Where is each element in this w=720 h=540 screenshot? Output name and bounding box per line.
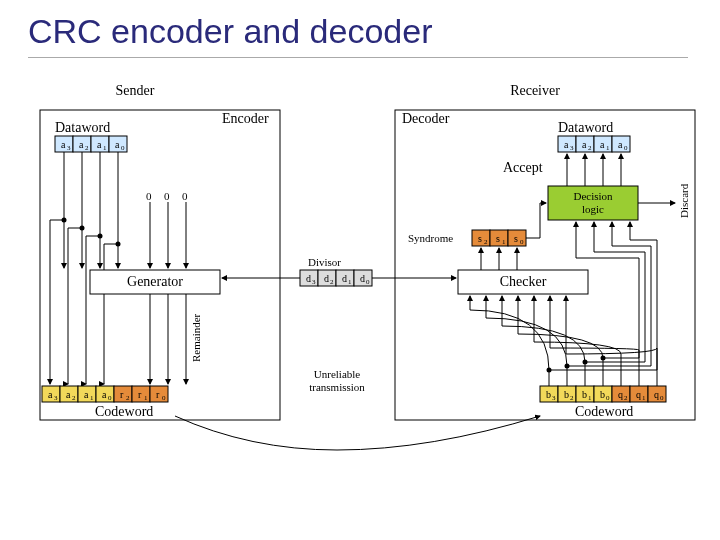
svg-text:2: 2 (588, 144, 592, 152)
svg-text:1: 1 (144, 394, 148, 402)
svg-text:0: 0 (146, 190, 152, 202)
svg-text:3: 3 (312, 278, 316, 286)
svg-text:s: s (514, 233, 518, 244)
svg-text:3: 3 (552, 394, 556, 402)
encoder-panel (40, 110, 280, 420)
svg-text:0: 0 (624, 144, 628, 152)
transmission-l1: Unreliable (314, 368, 361, 380)
svg-text:0: 0 (660, 394, 664, 402)
sender-dataword: a3a2a1a0 (55, 136, 127, 152)
svg-text:a: a (582, 139, 587, 150)
svg-text:a: a (66, 389, 71, 400)
page-title: CRC encoder and decoder (28, 12, 688, 58)
receiver-codeword: b3b2b1b0q2q1q0 (540, 386, 666, 402)
svg-text:q: q (618, 389, 623, 400)
syndrome-label: Syndrome (408, 232, 453, 244)
svg-text:s: s (478, 233, 482, 244)
svg-text:0: 0 (121, 144, 125, 152)
transmission-l2: transmission (309, 381, 365, 393)
receiver-label: Receiver (510, 83, 560, 98)
receiver-dataword-label: Dataword (558, 120, 613, 135)
svg-text:b: b (564, 389, 569, 400)
divisor-bits: d3d2d1d0 (300, 270, 372, 286)
wire-syndrome-to-decision (526, 203, 546, 238)
generator-label: Generator (127, 274, 183, 289)
svg-text:b: b (600, 389, 605, 400)
remainder-label: Remainder (190, 313, 202, 362)
svg-text:a: a (48, 389, 53, 400)
svg-text:d: d (306, 273, 311, 284)
svg-text:d: d (360, 273, 365, 284)
accept-wires (567, 154, 621, 186)
sender-dataword-label: Dataword (55, 120, 110, 135)
svg-text:a: a (618, 139, 623, 150)
svg-text:0: 0 (164, 190, 170, 202)
svg-text:a: a (84, 389, 89, 400)
receiver-codeword-label: Codeword (575, 404, 633, 419)
svg-text:a: a (61, 139, 66, 150)
decoder-panel (395, 110, 695, 420)
svg-text:s: s (496, 233, 500, 244)
svg-text:0: 0 (366, 278, 370, 286)
svg-text:2: 2 (570, 394, 574, 402)
checker-label: Checker (500, 274, 547, 289)
decoder-label: Decoder (402, 111, 450, 126)
svg-text:d: d (324, 273, 329, 284)
decision-l2: logic (582, 203, 604, 215)
svg-text:b: b (546, 389, 551, 400)
zeros: 000 (146, 190, 188, 202)
svg-text:2: 2 (72, 394, 76, 402)
divisor-label: Divisor (308, 256, 341, 268)
syndrome-bits: s2s1s0 (472, 230, 526, 246)
svg-text:1: 1 (90, 394, 94, 402)
accept-label: Accept (503, 160, 543, 175)
svg-text:2: 2 (85, 144, 89, 152)
svg-text:1: 1 (588, 394, 592, 402)
svg-text:0: 0 (162, 394, 166, 402)
svg-text:2: 2 (484, 238, 488, 246)
svg-text:a: a (115, 139, 120, 150)
svg-text:3: 3 (67, 144, 71, 152)
svg-text:1: 1 (642, 394, 646, 402)
encoder-label: Encoder (222, 111, 269, 126)
sender-codeword: a3a2a1a0r2r1r0 (42, 386, 168, 402)
transmission-arc (175, 416, 540, 450)
svg-text:1: 1 (348, 278, 352, 286)
svg-text:0: 0 (182, 190, 188, 202)
svg-text:1: 1 (502, 238, 506, 246)
svg-text:2: 2 (126, 394, 130, 402)
svg-text:d: d (342, 273, 347, 284)
svg-text:a: a (97, 139, 102, 150)
svg-text:0: 0 (520, 238, 524, 246)
sender-wires-top (50, 152, 186, 384)
svg-text:a: a (79, 139, 84, 150)
svg-text:3: 3 (54, 394, 58, 402)
svg-text:a: a (564, 139, 569, 150)
receiver-bottom-wires (470, 222, 657, 386)
sender-label: Sender (116, 83, 155, 98)
svg-text:b: b (582, 389, 587, 400)
svg-text:3: 3 (570, 144, 574, 152)
svg-text:2: 2 (624, 394, 628, 402)
sender-codeword-label: Codeword (95, 404, 153, 419)
discard-label: Discard (678, 183, 690, 218)
svg-text:0: 0 (108, 394, 112, 402)
decision-l1: Decision (573, 190, 613, 202)
receiver-dataword: a3a2a1a0 (558, 136, 630, 152)
svg-text:q: q (654, 389, 659, 400)
svg-text:2: 2 (330, 278, 334, 286)
crc-diagram: Sender Receiver Encoder Decoder Dataword… (0, 70, 720, 540)
svg-text:1: 1 (606, 144, 610, 152)
svg-text:1: 1 (103, 144, 107, 152)
sender-remainder-wires (150, 294, 186, 384)
svg-text:a: a (102, 389, 107, 400)
svg-text:q: q (636, 389, 641, 400)
svg-text:0: 0 (606, 394, 610, 402)
svg-text:a: a (600, 139, 605, 150)
